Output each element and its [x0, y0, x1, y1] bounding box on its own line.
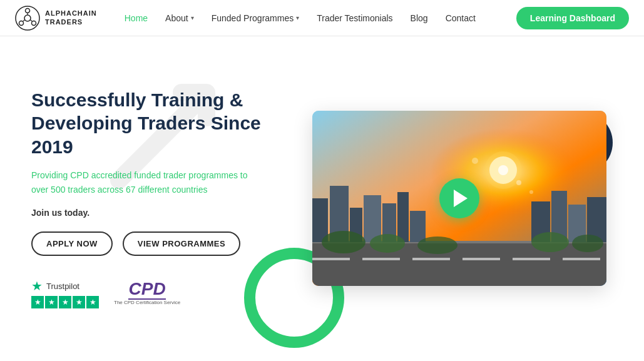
video-play-button[interactable]	[439, 178, 479, 218]
play-icon	[454, 190, 468, 207]
cpd-main-text: CPD	[129, 280, 166, 298]
svg-point-39	[472, 158, 478, 164]
nav-funded[interactable]: Funded Programmes ▾	[204, 8, 307, 28]
trustpilot-stars: ★ ★ ★ ★ ★	[31, 296, 99, 308]
svg-point-32	[370, 234, 405, 253]
svg-rect-17	[463, 258, 500, 260]
logo-text: ALPHACHAIN TRADERS	[45, 9, 97, 26]
svg-rect-15	[362, 258, 400, 260]
logo-icon	[15, 6, 40, 31]
svg-rect-14	[312, 258, 350, 260]
nav-links: Home About ▾ Funded Programmes ▾ Trader …	[117, 8, 516, 28]
svg-rect-26	[410, 211, 426, 242]
funded-chevron-icon: ▾	[296, 14, 299, 21]
nav-about[interactable]: About ▾	[158, 8, 202, 28]
svg-point-33	[417, 236, 457, 254]
trustpilot-badge: ★ Trustpilot ★ ★ ★ ★ ★	[31, 278, 99, 308]
trust-badges: ★ Trustpilot ★ ★ ★ ★ ★ CPD The CPD Certi…	[31, 278, 287, 308]
svg-rect-16	[412, 258, 450, 260]
nav-home[interactable]: Home	[117, 8, 155, 28]
navbar: ALPHACHAIN TRADERS Home About ▾ Funded P…	[0, 0, 644, 36]
video-thumbnail	[312, 111, 606, 286]
hero-section: Successfully Training & Developing Trade…	[0, 36, 644, 360]
hero-left-content: Successfully Training & Developing Trade…	[31, 88, 287, 308]
svg-line-6	[30, 19, 32, 21]
cpd-logo: CPD The CPD Certification Service	[114, 280, 180, 306]
apply-now-button[interactable]: APPLY NOW	[31, 231, 113, 256]
hero-heading: Successfully Training & Developing Trade…	[31, 88, 287, 159]
star-5: ★	[86, 296, 99, 308]
svg-point-4	[19, 21, 24, 25]
hero-join-label: Join us today.	[31, 208, 287, 218]
star-4: ★	[73, 296, 85, 308]
logo-link[interactable]: ALPHACHAIN TRADERS	[15, 6, 97, 31]
svg-point-38	[529, 190, 533, 194]
view-programmes-button[interactable]: VIEW PROGRAMMES	[123, 231, 240, 256]
svg-point-34	[531, 232, 569, 252]
about-chevron-icon: ▾	[191, 14, 194, 21]
svg-point-37	[516, 180, 521, 185]
cpd-sub-text: The CPD Certification Service	[114, 300, 180, 306]
trustpilot-star-icon: ★	[31, 278, 43, 293]
svg-rect-23	[364, 195, 381, 242]
svg-point-0	[16, 6, 39, 30]
cpd-badge: CPD The CPD Certification Service	[114, 280, 180, 306]
svg-point-36	[498, 165, 508, 175]
svg-point-35	[572, 235, 603, 252]
star-3: ★	[59, 296, 71, 308]
nav-blog[interactable]: Blog	[403, 8, 436, 28]
svg-point-3	[32, 21, 36, 25]
svg-rect-20	[312, 198, 328, 242]
star-1: ★	[31, 296, 44, 308]
hero-buttons: APPLY NOW VIEW PROGRAMMES	[31, 231, 287, 256]
svg-line-7	[23, 19, 25, 21]
svg-point-31	[322, 231, 365, 253]
svg-point-1	[24, 15, 31, 21]
nav-testimonials[interactable]: Trader Testimonials	[309, 8, 400, 28]
star-2: ★	[45, 296, 58, 308]
nav-contact[interactable]: Contact	[438, 8, 483, 28]
trustpilot-label: Trustpilot	[46, 282, 79, 291]
hero-subtext: Providing CPD accredited funded trader p…	[31, 168, 257, 196]
svg-rect-19	[563, 258, 600, 260]
learning-dashboard-button[interactable]: Learning Dashboard	[516, 7, 629, 29]
svg-point-2	[26, 8, 30, 13]
hero-right-content	[312, 111, 613, 286]
svg-rect-18	[513, 258, 550, 260]
svg-rect-25	[397, 192, 409, 242]
